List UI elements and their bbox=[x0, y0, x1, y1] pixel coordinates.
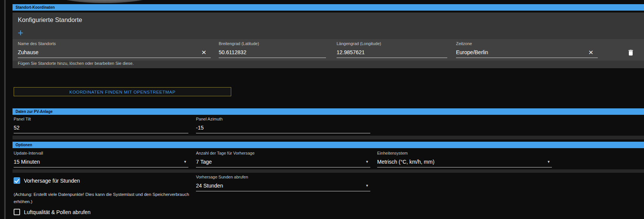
clear-name-button[interactable]: × bbox=[200, 48, 208, 56]
plus-icon: + bbox=[18, 27, 24, 38]
select-value: Metrisch (°C, km/h, mm) bbox=[377, 159, 434, 165]
card-title: Konfigurierte Standorte bbox=[18, 16, 82, 23]
field-label: Panel Azimuth bbox=[196, 116, 370, 122]
panel-azimuth-field: Panel Azimuth -15 bbox=[196, 116, 370, 133]
field-label: Update-Intervall bbox=[14, 150, 188, 156]
hourly-forecast-checkbox[interactable] bbox=[14, 177, 20, 184]
trash-icon bbox=[627, 48, 635, 57]
section-header-label: Daten zur PV-Anlage bbox=[16, 110, 53, 114]
air-quality-checkbox[interactable] bbox=[14, 209, 20, 215]
section-header-label: Optionen bbox=[16, 143, 32, 147]
panel-azimuth-input[interactable]: -15 bbox=[196, 123, 370, 133]
panel-tilt-field: Panel Tilt 52 bbox=[14, 116, 188, 133]
select-value: 7 Tage bbox=[196, 159, 212, 165]
field-label: Vorhersage Sunden abrufen bbox=[196, 174, 370, 180]
locations-helper-text: Fügen Sie Standorte hinzu, löschen oder … bbox=[18, 61, 134, 66]
chevron-down-icon: ▼ bbox=[365, 184, 369, 188]
field-label: Längengrad (Longitude) bbox=[337, 41, 447, 47]
hourly-forecast-warning-note: (Achtung: Erstellt viele Datenpunkte! Di… bbox=[14, 191, 189, 205]
field-value: 50.6112832 bbox=[219, 49, 246, 55]
section-header-label: Standort-Koordinaten bbox=[16, 5, 55, 9]
update-interval-field: Update-Intervall 15 Minuten ▼ bbox=[14, 150, 188, 167]
field-label: Panel Tilt bbox=[14, 116, 188, 122]
panel-tilt-input[interactable]: 52 bbox=[14, 123, 188, 133]
clipped-logo-arc bbox=[49, 0, 161, 3]
field-label: Name des Standorts bbox=[18, 41, 211, 47]
note-line: erhöhen.) bbox=[14, 198, 189, 205]
field-value: Zuhause bbox=[18, 49, 38, 55]
field-value: 12.9857621 bbox=[337, 49, 365, 55]
forecast-hours-select[interactable]: 24 Stunden ▼ bbox=[196, 181, 370, 191]
longitude-input[interactable]: 12.9857621 bbox=[337, 48, 447, 58]
field-value: Europe/Berlin bbox=[456, 49, 488, 55]
clear-icon: × bbox=[589, 48, 593, 56]
section-divider bbox=[13, 169, 644, 173]
longitude-field: Längengrad (Longitude) 12.9857621 bbox=[337, 41, 447, 58]
field-value: 52 bbox=[14, 125, 20, 131]
field-label: Zeitzone bbox=[456, 41, 598, 47]
latitude-input[interactable]: 50.6112832 bbox=[219, 48, 326, 58]
hourly-forecast-row: Vorhersage für Stunden bbox=[14, 177, 80, 184]
clear-icon: × bbox=[202, 48, 206, 56]
timezone-input[interactable]: Europe/Berlin × bbox=[456, 48, 598, 58]
section-header-optionen: Optionen bbox=[13, 142, 644, 148]
select-value: 15 Minuten bbox=[14, 159, 40, 165]
clear-timezone-button[interactable]: × bbox=[587, 48, 595, 56]
panel-edge-line bbox=[4, 0, 6, 219]
update-interval-select[interactable]: 15 Minuten ▼ bbox=[14, 157, 188, 167]
find-coordinates-openstreetmap-button[interactable]: KOORDINATEN FINDEN MIT OPENSTREETMAP bbox=[14, 87, 231, 96]
delete-location-button[interactable] bbox=[626, 48, 635, 58]
section-header-standort-koordinaten: Standort-Koordinaten bbox=[13, 4, 644, 11]
forecast-days-select[interactable]: 7 Tage ▼ bbox=[196, 157, 370, 167]
settings-screen: Standort-Koordinaten Konfigurierte Stand… bbox=[0, 0, 644, 219]
latitude-field: Breitengrad (Latitude) 50.6112832 bbox=[219, 41, 326, 58]
section-divider bbox=[13, 136, 644, 139]
timezone-field: Zeitzone Europe/Berlin × bbox=[456, 41, 598, 58]
location-name-field: Name des Standorts Zuhause × bbox=[18, 41, 211, 58]
field-label: Einheitensystem bbox=[377, 150, 552, 156]
section-header-pv-anlage: Daten zur PV-Anlage bbox=[13, 108, 644, 115]
location-name-input[interactable]: Zuhause × bbox=[18, 48, 211, 58]
chevron-down-icon: ▼ bbox=[547, 160, 550, 164]
field-label: Breitengrad (Latitude) bbox=[219, 41, 326, 47]
hourly-forecast-checkbox-label[interactable]: Vorhersage für Stunden bbox=[24, 178, 80, 184]
unit-system-field: Einheitensystem Metrisch (°C, km/h, mm) … bbox=[377, 150, 552, 167]
air-quality-row: Luftqualität & Pollen abrufen bbox=[14, 209, 91, 215]
field-value: -15 bbox=[196, 125, 204, 131]
field-label: Anzahl der Tage für Vorhersage bbox=[196, 150, 370, 156]
checkmark-icon bbox=[14, 178, 19, 183]
air-quality-checkbox-label[interactable]: Luftqualität & Pollen abrufen bbox=[24, 209, 91, 215]
note-line: (Achtung: Erstellt viele Datenpunkte! Di… bbox=[14, 191, 189, 198]
forecast-days-field: Anzahl der Tage für Vorhersage 7 Tage ▼ bbox=[196, 150, 370, 167]
select-value: 24 Stunden bbox=[196, 183, 223, 189]
add-location-button[interactable]: + bbox=[18, 27, 28, 38]
chevron-down-icon: ▼ bbox=[183, 160, 187, 164]
forecast-hours-field: Vorhersage Sunden abrufen 24 Stunden ▼ bbox=[196, 174, 370, 191]
chevron-down-icon: ▼ bbox=[365, 160, 369, 164]
unit-system-select[interactable]: Metrisch (°C, km/h, mm) ▼ bbox=[377, 157, 552, 167]
